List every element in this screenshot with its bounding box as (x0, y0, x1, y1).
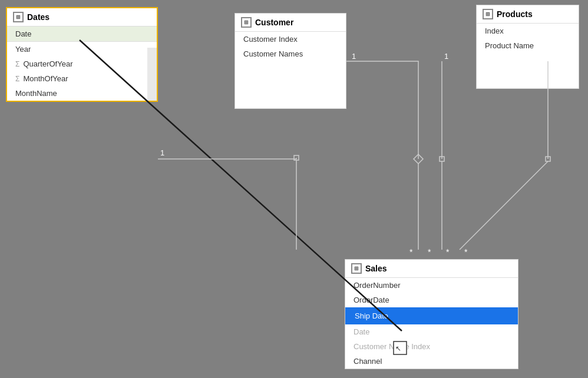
products-table-header: ⊞ Products (477, 5, 579, 24)
dates-year-label: Year (15, 45, 31, 54)
customer-index-label: Customer Index (243, 35, 298, 44)
dates-field-date[interactable]: Date (7, 26, 157, 42)
sales-ordernumber-label: OrderNumber (354, 281, 400, 290)
sigma-icon-1: Σ (15, 60, 19, 68)
customer-field-index[interactable]: Customer Index (235, 32, 346, 47)
sales-shipdate-label: Ship Date (355, 311, 388, 320)
sales-table[interactable]: ⊞ Sales OrderNumber OrderDate Ship Date … (345, 259, 518, 369)
dates-quarterofyear-label: QuarterOfYear (23, 59, 72, 68)
dates-field-year[interactable]: Year (7, 42, 157, 57)
svg-text:1: 1 (160, 148, 164, 157)
dates-table-title: Dates (27, 12, 49, 22)
svg-text:*: * (446, 247, 450, 257)
svg-rect-1 (294, 155, 299, 160)
svg-text:*: * (409, 247, 413, 257)
sales-table-icon: ⊞ (351, 263, 362, 274)
dates-table-icon: ⊞ (13, 12, 24, 22)
products-table-title: Products (497, 9, 533, 19)
dates-field-monthofyear[interactable]: Σ MonthOfYear (7, 71, 157, 86)
sales-field-channel[interactable]: Channel (345, 354, 518, 369)
svg-rect-5 (546, 157, 550, 161)
svg-text:1: 1 (444, 52, 448, 61)
sales-field-shipdate[interactable]: Ship Date (345, 307, 518, 324)
customer-card-spacer (235, 61, 346, 108)
products-field-index[interactable]: Index (477, 24, 579, 38)
customer-table[interactable]: ⊞ Customer Customer Index Customer Names (234, 13, 346, 109)
svg-rect-4 (440, 157, 444, 161)
svg-text:1: 1 (352, 52, 356, 61)
sales-field-orderdate[interactable]: OrderDate (345, 293, 518, 307)
products-table[interactable]: ⊞ Products Index Product Name (476, 5, 579, 89)
products-field-productname[interactable]: Product Name (477, 38, 579, 53)
svg-text:*: * (464, 247, 468, 257)
sales-field-customerindex[interactable]: Customer Name Index (345, 339, 518, 354)
customer-table-icon: ⊞ (241, 17, 252, 28)
dates-scrollbar[interactable] (147, 48, 157, 101)
customer-names-label: Customer Names (243, 49, 303, 58)
products-card-spacer (477, 53, 579, 88)
dates-table-header: ⊞ Dates (7, 8, 157, 26)
sales-table-title: Sales (365, 264, 387, 273)
customer-table-title: Customer (255, 18, 293, 27)
customer-field-names[interactable]: Customer Names (235, 47, 346, 61)
dates-monthname-label: MonthName (15, 89, 57, 98)
products-productname-label: Product Name (485, 41, 534, 50)
products-index-label: Index (485, 26, 504, 35)
sales-field-ordernumber[interactable]: OrderNumber (345, 278, 518, 293)
products-table-icon: ⊞ (483, 9, 493, 19)
sales-channel-label: Channel (354, 357, 382, 366)
sales-table-header: ⊞ Sales (345, 260, 518, 278)
svg-text:*: * (428, 247, 431, 257)
dates-field-monthname[interactable]: MonthName (7, 86, 157, 101)
svg-line-8 (460, 161, 548, 250)
sigma-icon-2: Σ (15, 75, 19, 83)
dates-table[interactable]: ⊞ Dates Date Year Σ QuarterOfYear Σ Mont… (6, 7, 158, 102)
svg-marker-3 (414, 154, 423, 164)
dates-monthofyear-label: MonthOfYear (23, 74, 68, 83)
sales-field-date[interactable]: Date (345, 324, 518, 339)
sales-customerindex-label: Customer Name Index (354, 342, 430, 351)
sales-date-label: Date (354, 327, 369, 336)
dates-date-label: Date (15, 29, 31, 38)
sales-orderdate-label: OrderDate (354, 296, 389, 304)
dates-field-quarterofyear[interactable]: Σ QuarterOfYear (7, 57, 157, 71)
customer-table-header: ⊞ Customer (235, 14, 346, 32)
